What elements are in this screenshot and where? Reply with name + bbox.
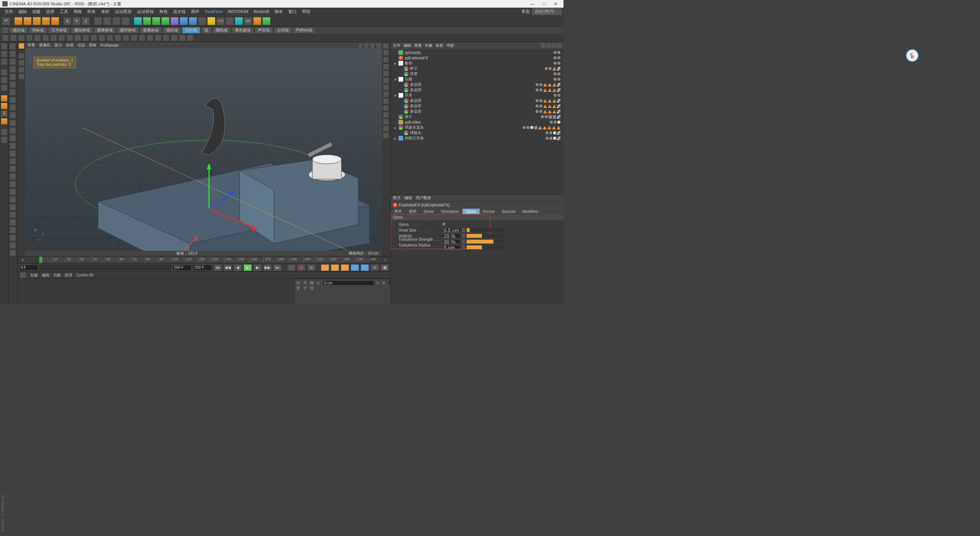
vp-right-tool-2[interactable] bbox=[383, 57, 389, 63]
mini-tool-1[interactable] bbox=[10, 34, 17, 41]
snap-tool-1[interactable] bbox=[9, 51, 16, 57]
texture-mode-button[interactable] bbox=[1, 51, 8, 57]
coord-system-button[interactable] bbox=[94, 17, 102, 25]
timeline[interactable]: 0 01020304050607080901001101201301401501… bbox=[18, 256, 390, 263]
field-tab-2[interactable]: 立方体域 bbox=[48, 27, 70, 34]
tree-item-12[interactable]: 池子 bbox=[392, 114, 563, 119]
vp-menu-过滤[interactable]: 过滤 bbox=[77, 42, 85, 48]
edge-mode-button[interactable] bbox=[1, 77, 8, 83]
move-button[interactable] bbox=[23, 17, 32, 25]
attr-tab-基本[interactable]: 基本 bbox=[391, 208, 405, 215]
field-tab-14[interactable]: Python域 bbox=[293, 27, 315, 34]
obj-filter-icon[interactable] bbox=[546, 43, 551, 48]
snap-tool-21[interactable] bbox=[9, 204, 16, 211]
snap-tool-11[interactable] bbox=[9, 127, 16, 134]
layout-dropdown[interactable]: 启动 (用户) bbox=[532, 8, 562, 15]
undo-button[interactable]: ↶ bbox=[2, 17, 10, 25]
prop-1-input[interactable] bbox=[442, 228, 461, 232]
attr-tab-forces[interactable]: Forces bbox=[480, 209, 498, 214]
menu-insydium[interactable]: INSYDIUM bbox=[225, 9, 251, 14]
field-tab-12[interactable]: 声音域 bbox=[255, 27, 273, 34]
vp-nav-button[interactable] bbox=[18, 43, 24, 49]
mini-tool-5[interactable] bbox=[42, 34, 49, 41]
vp-right-tool-13[interactable] bbox=[383, 132, 389, 139]
vp-menu-查看[interactable]: 查看 bbox=[28, 42, 35, 48]
psr-button[interactable]: PSR bbox=[216, 17, 225, 25]
bottom-tab-cycles 4d[interactable]: Cycles 4D bbox=[76, 273, 94, 277]
tree-item-5[interactable]: ▾分裂 bbox=[392, 77, 563, 82]
frame-scrubber[interactable] bbox=[40, 265, 171, 270]
render-view-button[interactable] bbox=[103, 17, 111, 25]
object-tree[interactable]: xpGravity xpExplosiaFX ▸备份 柜子 背景 ▾分裂 多边形… bbox=[391, 49, 564, 194]
menu-窗口[interactable]: 窗口 bbox=[286, 9, 299, 15]
menu-运动图形[interactable]: 运动图形 bbox=[112, 9, 134, 15]
prop-3-slider[interactable] bbox=[467, 240, 505, 243]
field-tab-9[interactable]: 组 bbox=[201, 27, 212, 34]
bottom-tab-纹理[interactable]: 纹理 bbox=[65, 273, 72, 278]
field-tab-10[interactable]: 随机域 bbox=[212, 27, 231, 34]
field-tab-5[interactable]: 圆环体域 bbox=[117, 27, 139, 34]
next-frame-button[interactable]: ▶ bbox=[253, 264, 262, 271]
render-settings-button[interactable] bbox=[121, 17, 130, 25]
tool-a-button[interactable] bbox=[225, 17, 234, 25]
bottom-tab-功能[interactable]: 功能 bbox=[53, 273, 61, 278]
vp-layout3-button[interactable] bbox=[370, 43, 375, 48]
snap-tool-25[interactable] bbox=[9, 234, 16, 241]
vp-menu-面板[interactable]: 面板 bbox=[89, 42, 96, 48]
tree-item-14[interactable]: ▸球旋水龙头 bbox=[392, 125, 563, 130]
prop-4-spin[interactable] bbox=[462, 245, 465, 250]
prop-2-spin[interactable] bbox=[462, 234, 465, 238]
key-pos-button[interactable] bbox=[321, 264, 329, 271]
mini-tool-3[interactable] bbox=[26, 34, 33, 41]
workplane-mode-button[interactable] bbox=[1, 58, 8, 65]
mini-tool-17[interactable] bbox=[139, 34, 145, 41]
current-frame-input[interactable] bbox=[19, 265, 38, 271]
menu-样条[interactable]: 样条 bbox=[85, 9, 98, 15]
attr-tab-modifiers[interactable]: Modifiers bbox=[519, 209, 542, 214]
vp-right-tool-9[interactable] bbox=[383, 105, 389, 111]
add-environment-button[interactable] bbox=[180, 17, 188, 25]
step-back-button[interactable]: ◀◀ bbox=[224, 264, 232, 271]
y-axis-button[interactable]: Y bbox=[72, 17, 81, 25]
mini-tool-23[interactable] bbox=[187, 34, 194, 41]
prop-2-input[interactable] bbox=[442, 234, 461, 238]
mini-tool-8[interactable] bbox=[66, 34, 73, 41]
add-lightbulb-button[interactable] bbox=[207, 17, 216, 25]
enable-axis-button[interactable] bbox=[1, 95, 8, 102]
mini-tool-7[interactable] bbox=[58, 34, 65, 41]
menu-脚本[interactable]: 脚本 bbox=[272, 9, 286, 15]
vp-menu-prorender[interactable]: ProRender bbox=[100, 43, 119, 47]
tool-b-button[interactable] bbox=[235, 17, 243, 25]
add-light-button[interactable] bbox=[198, 17, 206, 25]
mini-tool-22[interactable] bbox=[179, 34, 186, 41]
tool-e-button[interactable] bbox=[1, 118, 8, 125]
key-param-button[interactable] bbox=[351, 264, 359, 271]
tree-item-11[interactable]: 多边形 bbox=[392, 109, 563, 114]
prop-3-input[interactable] bbox=[442, 239, 461, 244]
snap-tool-14[interactable] bbox=[9, 150, 16, 157]
scale-button[interactable] bbox=[33, 17, 41, 25]
menu-插件[interactable]: 插件 bbox=[188, 9, 202, 15]
vp-right-tool-1[interactable] bbox=[383, 50, 389, 56]
maximize-button[interactable]: □ bbox=[538, 2, 550, 6]
prop-1-slider[interactable] bbox=[467, 228, 505, 232]
menu-工具[interactable]: 工具 bbox=[57, 9, 71, 15]
tree-item-2[interactable]: ▸备份 bbox=[392, 60, 563, 66]
vp-right-tool-0[interactable] bbox=[383, 43, 389, 49]
model-mode-button[interactable] bbox=[1, 43, 8, 50]
tree-item-9[interactable]: 多边形 bbox=[392, 98, 563, 103]
tree-item-4[interactable]: 背景 bbox=[392, 71, 563, 77]
snap-tool-3[interactable] bbox=[9, 66, 16, 73]
snap-tool-18[interactable] bbox=[9, 181, 16, 188]
tree-item-8[interactable]: ▾开关 bbox=[392, 93, 563, 98]
vp-right-tool-10[interactable] bbox=[383, 112, 389, 118]
mini-tool-19[interactable] bbox=[155, 34, 162, 41]
menu-realflow[interactable]: RealFlow bbox=[202, 9, 225, 14]
add-generator2-button[interactable] bbox=[161, 17, 170, 25]
field-tab-13[interactable]: 公式域 bbox=[274, 27, 292, 34]
attr-tab-坐标[interactable]: 坐标 bbox=[405, 208, 420, 215]
render-region-button[interactable] bbox=[112, 17, 121, 25]
menu-文件[interactable]: 文件 bbox=[2, 9, 16, 15]
snap-tool-10[interactable] bbox=[9, 119, 16, 126]
live-select-button[interactable] bbox=[14, 17, 23, 25]
